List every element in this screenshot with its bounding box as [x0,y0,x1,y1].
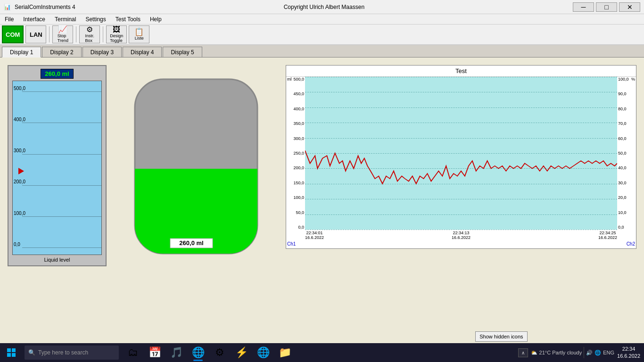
toolbar: COM LAN 📈 StopTrend ⚙ Instr.Box 🖼 Design… [0,25,644,45]
svg-rect-6 [12,348,16,352]
scale-line-500 [22,91,101,92]
search-placeholder: Type here to search [38,349,88,356]
x-label-2: 22:34:13 16.6.2022 [452,230,471,240]
tab-display4[interactable]: Display 4 [123,47,162,57]
speaker-icon[interactable]: 🔊 [586,350,593,356]
network-icon[interactable]: 🌐 [594,350,601,356]
y-left-500: 500,0 [293,77,304,82]
trend-label: StopTrend [58,33,68,43]
chart-y-axis-right: 100,0 90,0 80,0 70,0 60,0 50,0 40,0 30,0… [617,77,636,230]
y-right-40: 40,0 [618,165,627,170]
taskbar-app-calendar[interactable]: 📅 [144,343,165,362]
gauge-unit: ml [62,70,69,77]
gauge-chart-area: 500,0 400,0 300,0 200,0 100,0 0,0 [12,81,102,255]
y-left-100: 100,0 [293,195,304,200]
lan-button[interactable]: LAN [25,25,46,43]
menu-testtools[interactable]: Test Tools [111,14,145,24]
weather-icon: ⛅ [531,350,537,356]
gauge-widget: 260,0 ml 500,0 400,0 300,0 200,0 100,0 0… [8,65,107,266]
titlebar-copyright: Copyright Ulrich Albert Maassen [75,4,573,10]
taskbar-app-browser2[interactable]: 🌐 [253,343,273,362]
y-right-50: 50,0 [618,151,627,156]
trend-button[interactable]: 📈 StopTrend [52,25,73,43]
x-time-3: 22:34:25 [598,230,617,235]
taskbar-apps: 🗂 📅 🎵 🌐 ⚙ ⚡ 🌐 📁 [123,343,295,362]
x-date-2: 16.6.2022 [452,235,471,240]
x-label-1: 22:34:01 16.6.2022 [305,230,324,240]
y-left-450: 450,0 [293,91,304,96]
svg-text:260,0 ml: 260,0 ml [179,239,203,247]
taskbar-app-files[interactable]: 📁 [274,343,295,362]
instr-box-icon: ⚙ [86,26,93,33]
grid-line-1 [305,92,617,92]
scale-line-200 [22,185,101,186]
tab-display2[interactable]: Display 2 [42,47,81,57]
taskbar-search[interactable]: 🔍 Type here to search [25,346,119,360]
menu-terminal[interactable]: Terminal [50,14,81,24]
grid-line-8 [305,199,617,199]
maximize-button[interactable]: □ [596,2,617,12]
x-label-3: 22:34:25 16.6.2022 [598,230,617,240]
y-right-90: 90,0 [618,91,627,96]
toolbar-separator-1 [49,26,50,42]
taskbar-app-music[interactable]: 🎵 [166,343,187,362]
weather-text: 21°C Partly cloudy [539,350,582,355]
vessel-svg: 260,0 ml [125,65,267,263]
taskbar-right: ∧ Show hidden icons ⛅ 21°C Partly cloudy… [518,346,644,360]
x-date-1: 16.6.2022 [305,235,324,240]
menu-file[interactable]: File [0,14,18,24]
taskbar-app-settings[interactable]: ⚙ [209,343,230,362]
start-button[interactable] [0,343,23,362]
taskbar-app-chrome[interactable]: 🌐 [188,343,208,362]
menu-settings[interactable]: Settings [81,14,110,24]
menubar: File Interface Terminal Settings Test To… [0,14,644,25]
scale-300: 300,0 [14,148,25,153]
clock[interactable]: 22:34 16.6.2022 [617,346,640,360]
liste-button[interactable]: 📋 Liste [129,25,149,43]
chevron-up-icon: ∧ [521,350,525,355]
close-button[interactable]: ✕ [619,2,640,12]
design-toggle-icon: 🖼 [113,26,120,33]
minimize-button[interactable]: ─ [573,2,594,12]
taskbar: 🔍 Type here to search 🗂 📅 🎵 🌐 ⚙ ⚡ 🌐 📁 ∧ … [0,343,644,362]
taskbar-app-explorer[interactable]: 🗂 [123,343,143,362]
titlebar-controls: ─ □ ✕ [573,2,640,12]
grid-line-3 [305,123,617,123]
menu-help[interactable]: Help [145,14,166,24]
y-left-400: 400,0 [293,107,304,111]
y-right-100: 100,0 [618,77,629,82]
scale-200: 200,0 [14,179,25,184]
liste-icon: 📋 [134,28,144,36]
show-hidden-icons-button[interactable]: ∧ Show hidden icons [518,348,528,357]
design-toggle-button[interactable]: 🖼 DesignToggle [106,25,127,43]
clock-date: 16.6.2022 [617,353,640,360]
tab-display1[interactable]: Display 1 [2,47,41,58]
chart-x-axis: 22:34:01 16.6.2022 22:34:13 16.6.2022 22… [305,230,617,248]
grid-line-6 [305,168,617,169]
y-left-0: 0,0 [298,225,304,230]
x-date-3: 16.6.2022 [598,235,617,240]
y-right-30: 30,0 [618,181,627,185]
grid-line-7 [305,184,617,184]
grid-line-2 [305,107,617,108]
y-left-50: 50,0 [296,210,304,215]
com-button[interactable]: COM [2,25,24,43]
gauge-value: 260,0 [45,70,60,77]
tab-display3[interactable]: Display 3 [83,47,122,57]
svg-rect-8 [12,353,16,357]
taskbar-systray: ⛅ 21°C Partly cloudy 🔊 🌐 ENG [531,347,614,358]
menu-interface[interactable]: Interface [18,14,50,24]
scale-line-400 [22,123,101,123]
tabs: Display 1 Display 2 Display 3 Display 4 … [0,45,644,58]
com-label: COM [6,31,20,38]
tab-display5[interactable]: Display 5 [163,47,202,57]
y-left-200: 200,0 [293,165,304,170]
instr-box-label: Instr.Box [85,33,95,43]
y-right-80: 80,0 [618,107,627,111]
scale-500: 500,0 [14,85,25,90]
instr-box-button[interactable]: ⚙ Instr.Box [79,25,100,43]
search-icon: 🔍 [28,349,35,356]
y-left-350: 350,0 [293,121,304,126]
svg-rect-5 [7,348,11,352]
taskbar-app-arduino[interactable]: ⚡ [231,343,252,362]
